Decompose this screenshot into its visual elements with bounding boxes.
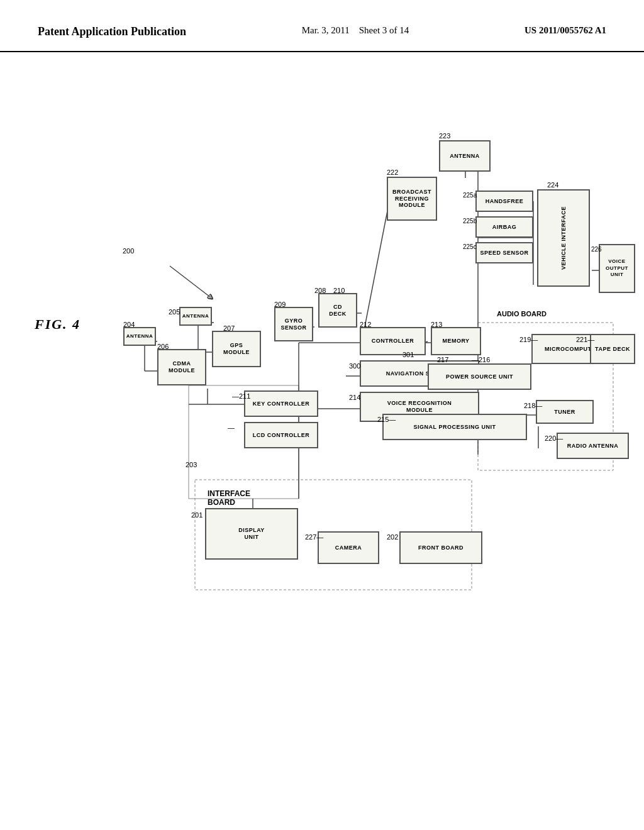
ref-218: 218— [524,402,542,409]
ref-224: 224 [547,181,558,189]
ref-222: 222 [387,169,398,176]
ref-210: 210 [333,287,345,294]
ref-200: 200 [123,247,134,255]
ref-227: 227— [305,533,323,541]
ref-300: 300 [349,362,360,370]
ref-204: 204 [123,321,135,328]
ref-208: 208 [314,287,326,294]
box-key-controller: KEY CONTROLLER [244,390,318,417]
box-handsfree: HANDSFREE [475,191,533,212]
ref-225c: 225c [463,243,477,250]
ref-206: 206 [157,343,169,350]
box-camera: CAMERA [318,531,379,564]
box-display-unit: DISPLAYUNIT [205,508,298,560]
ref-219: 219— [519,336,538,343]
box-cdma: CDMAMODULE [157,349,206,385]
label-audio-board: AUDIO BOARD [497,310,547,318]
header-center: Mar. 3, 2011 Sheet 3 of 14 [302,25,409,36]
box-memory: MEMORY [431,327,481,355]
box-antenna-top: ANTENNA [439,140,491,172]
box-airbag: AIRBAG [475,216,533,238]
ref-220: 220— [545,434,563,442]
header-left: Patent Application Publication [38,25,186,38]
header-date: Mar. 3, 2011 [302,25,350,35]
diagram-area: FIG. 4 [0,52,644,819]
ref-203: 203 [186,461,197,468]
box-tuner: TUNER [536,400,594,424]
box-antenna-cdma: ANTENNA [123,327,156,346]
ref-215: 215— [377,416,396,423]
ref-211: —211 [232,392,250,400]
box-lcd-controller: LCD CONTROLLER [244,422,318,448]
box-gps: GPSMODULE [212,331,261,367]
ref-226: 226 [591,246,602,253]
ref-212: 212 [360,321,371,328]
box-cd-deck: CDDECK [318,293,357,328]
ref-207: 207 [223,324,235,332]
page-header: Patent Application Publication Mar. 3, 2… [0,0,644,52]
box-signal-proc: SIGNAL PROCESSING UNIT [382,414,527,440]
ref-216: —216 [472,356,490,363]
box-vehicle-interface: VEHICLE INTERFACE [537,189,590,287]
box-front-board: FRONT BOARD [399,531,482,564]
svg-line-32 [170,266,211,297]
box-antenna-gps: ANTENNA [179,307,212,326]
box-radio-antenna: RADIO ANTENNA [557,433,629,459]
ref-201: 201 [191,511,203,519]
ref-209: 209 [274,301,286,308]
ref-225a: 225a [463,192,477,199]
ref-202: 202 [387,533,398,541]
ref-301: 301 [402,351,414,358]
box-controller: CONTROLLER [360,327,426,355]
ref-214: 214 [349,394,360,401]
ref-lcd: — [228,424,235,431]
ref-225b: 225b [463,218,477,224]
box-tape-deck: TAPE DECK [590,334,635,364]
figure-label: FIG. 4 [35,316,80,333]
header-right: US 2011/0055762 A1 [525,25,606,36]
ref-205: 205 [169,308,180,316]
box-voice-output: VOICEOUTPUTUNIT [599,244,635,293]
ref-217: 217 [437,356,448,363]
box-broadcast: BROADCASTRECEIVINGMODULE [387,177,437,221]
ref-213: 213 [431,321,442,328]
label-interface-board: INTERFACEBOARD [208,489,250,507]
box-gyro: GYROSENSOR [274,307,313,341]
ref-221: 221— [576,336,594,343]
header-sheet: Sheet 3 of 14 [359,25,409,35]
box-speed-sensor: SPEED SENSOR [475,242,533,263]
ref-223: 223 [439,132,450,140]
box-power-source: POWER SOURCE UNIT [428,363,531,390]
